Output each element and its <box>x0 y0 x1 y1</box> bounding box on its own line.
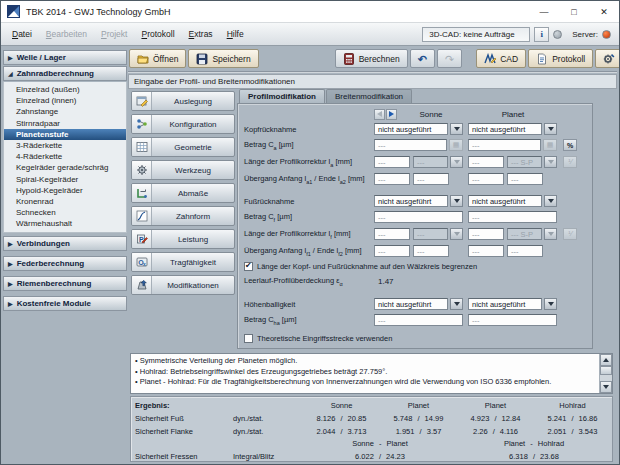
length-la-label: Länge der Profilkorrektur la [mm] <box>244 157 374 168</box>
nav-modifikationen-button[interactable]: Modifikationen <box>131 275 235 295</box>
transition-a2-sun-field[interactable]: --- <box>413 173 449 185</box>
safety-root-value: 8.126 / 20.85 <box>303 412 380 425</box>
scroll-up-icon[interactable] <box>600 354 612 366</box>
cad-button[interactable]: CAD <box>476 49 526 68</box>
amount-cf-label: Betrag Cf [µm] <box>244 212 374 223</box>
length-la-planet-field[interactable]: --- <box>468 156 504 168</box>
dropdown-arrow-icon[interactable] <box>450 298 463 310</box>
amount-ca-planet-field[interactable]: --- <box>468 139 541 151</box>
transition-a2-planet-field[interactable]: --- <box>507 173 543 185</box>
tab-breitenmodifikation[interactable]: Breitenmodifikation <box>326 89 412 103</box>
scrollbar-thumb[interactable] <box>600 366 612 375</box>
open-button[interactable]: Öffnen <box>129 49 186 68</box>
sidebar-item-spiral-kegelraeder[interactable]: Spiral-Kegelräder <box>4 174 126 185</box>
transition-f2-sun-field[interactable]: --- <box>413 245 449 257</box>
sidebar-section-verbindungen[interactable]: ▶Verbindungen <box>3 236 127 251</box>
tip-relief-planet-dropdown[interactable]: nicht ausgeführt <box>468 123 557 135</box>
percent-button[interactable]: % <box>563 139 577 151</box>
amount-cha-label: Betrag Cha [µm] <box>244 315 374 326</box>
nav-leistung-button[interactable]: P Leistung <box>131 229 235 249</box>
amount-ca-sun-field[interactable]: --- <box>374 139 447 151</box>
power-icon: P <box>132 230 152 248</box>
menu-datei[interactable]: Datei <box>5 26 39 42</box>
sidebar-item-schnecken[interactable]: Schnecken <box>4 207 126 218</box>
menu-hilfe[interactable]: Hilfe <box>220 26 251 42</box>
sidebar-item-4-raederkette[interactable]: 4-Räderkette <box>4 151 126 162</box>
sidebar-section-welle-lager[interactable]: ▶Welle / Lager <box>3 50 127 65</box>
nav-geometrie-button[interactable]: Geometrie <box>131 137 235 157</box>
sidebar-section-kostenfreie-module[interactable]: ▶Kostenfreie Module <box>3 296 127 311</box>
transition-f2-planet-field[interactable]: --- <box>507 245 543 257</box>
calculator-mini-icon: ▦ <box>449 139 463 151</box>
length-lf-planet-field[interactable]: --- <box>468 228 504 240</box>
menu-extras[interactable]: Extras <box>182 26 220 42</box>
sidebar-section-federberechnung[interactable]: ▶Federberechnung <box>3 256 127 271</box>
root-relief-sun-dropdown[interactable]: nicht ausgeführt <box>374 195 463 207</box>
transition-a-label: Übergang Anfang la1 / Ende la2 [mm] <box>244 174 374 185</box>
save-button[interactable]: Speichern <box>188 49 258 68</box>
tip-relief-sun-dropdown[interactable]: nicht ausgeführt <box>374 123 463 135</box>
crowning-planet-dropdown[interactable]: nicht ausgeführt <box>468 298 557 310</box>
contact-ratio-value: 1.47 <box>378 277 394 286</box>
minimize-button[interactable]: — <box>529 1 559 22</box>
sidebar-item-einzelrad-innen[interactable]: Einzelrad (innen) <box>4 95 126 106</box>
menu-protokoll[interactable]: Protokoll <box>134 26 181 42</box>
sidebar-item-waermehaushalt[interactable]: Wärmehaushalt <box>4 218 126 229</box>
amount-cf-sun-field[interactable]: --- <box>374 211 463 223</box>
sidebar-section-riemenberechnung[interactable]: ▶Riemenberechnung <box>3 276 127 291</box>
hints-scrollbar[interactable] <box>599 354 612 393</box>
amount-cf-planet-field[interactable]: --- <box>468 211 557 223</box>
length-lf-sun-field[interactable]: --- <box>374 228 410 240</box>
info-button[interactable]: i <box>534 27 549 42</box>
settings-button[interactable]: Einstellungen <box>595 49 620 68</box>
module-sidebar: ▶Welle / Lager ◢Zahnradberechnung Einzel… <box>3 50 127 462</box>
root-relief-planet-dropdown[interactable]: nicht ausgeführt <box>468 195 557 207</box>
amount-cha-planet-field[interactable]: --- <box>468 314 557 326</box>
safety-scuffing-type: Integral/Blitz <box>233 450 303 463</box>
profilmodifikation-panel: Sonne Planet Kopfrücknahme nicht ausgefü… <box>237 103 593 349</box>
design-icon <box>132 92 152 110</box>
close-button[interactable]: ✕ <box>589 1 619 22</box>
nav-abmasse-button[interactable]: Abmaße <box>131 183 235 203</box>
sidebar-item-planetenstufe[interactable]: Planetenstufe <box>4 129 126 140</box>
nav-zahnform-button[interactable]: Zahnform <box>131 206 235 226</box>
sidebar-item-hypoid-kegelraeder[interactable]: Hypoid-Kegelräder <box>4 185 126 196</box>
transition-a1-sun-field[interactable]: --- <box>374 173 410 185</box>
sidebar-section-zahnradberechnung[interactable]: ◢Zahnradberechnung <box>3 66 127 81</box>
dropdown-arrow-icon[interactable] <box>544 123 557 135</box>
hints-box: • Symmetrische Verteilung der Planeten m… <box>130 353 613 394</box>
sidebar-item-zahnstange[interactable]: Zahnstange <box>4 106 126 117</box>
crowning-sun-dropdown[interactable]: nicht ausgeführt <box>374 298 463 310</box>
sidebar-item-kronenrad[interactable]: Kronenrad <box>4 196 126 207</box>
dropdown-arrow-icon[interactable] <box>544 195 557 207</box>
undo-button[interactable]: ↶ <box>410 49 435 68</box>
dropdown-arrow-icon[interactable] <box>450 195 463 207</box>
nav-werkzeug-button[interactable]: Werkzeug <box>131 160 235 180</box>
theoretical-path-checkbox[interactable] <box>244 334 253 343</box>
tab-profilmodifikation[interactable]: Profilmodifikation <box>239 89 325 103</box>
tooth-form-icon <box>132 207 152 225</box>
sidebar-item-3-raederkette[interactable]: 3-Räderkette <box>4 140 126 151</box>
length-la-sun-field[interactable]: --- <box>374 156 410 168</box>
nav-tragfaehigkeit-button[interactable]: Ox Tragfähigkeit <box>131 252 235 272</box>
sidebar-item-kegelraeder[interactable]: Kegelräder gerade/schräg <box>4 162 126 173</box>
sidebar-item-stirnradpaar[interactable]: Stirnradpaar <box>4 118 126 129</box>
transition-f1-sun-field[interactable]: --- <box>374 245 410 257</box>
transition-a1-planet-field[interactable]: --- <box>468 173 504 185</box>
modification-form: Profilmodifikation Breitenmodifikation S… <box>237 89 593 349</box>
dropdown-arrow-icon[interactable] <box>450 123 463 135</box>
sidebar-item-einzelrad-aussen[interactable]: Einzelrad (außen) <box>4 84 126 95</box>
transition-f1-planet-field[interactable]: --- <box>468 245 504 257</box>
protocol-label: Protokoll <box>552 54 585 64</box>
scroll-down-icon[interactable] <box>600 381 612 393</box>
amount-cha-sun-field[interactable]: --- <box>374 314 463 326</box>
nav-konfiguration-button[interactable]: Konfiguration <box>131 114 235 134</box>
protocol-button[interactable]: Protokoll <box>528 49 593 68</box>
next-pair-button[interactable] <box>386 109 397 120</box>
limit-length-checkbox[interactable] <box>244 262 253 271</box>
nav-auslegung-button[interactable]: Auslegung <box>131 91 235 111</box>
results-header-sonne: Sonne <box>303 399 380 412</box>
calculate-button[interactable]: Berechnen <box>335 49 408 68</box>
dropdown-arrow-icon[interactable] <box>544 298 557 310</box>
maximize-button[interactable]: □ <box>559 1 589 22</box>
